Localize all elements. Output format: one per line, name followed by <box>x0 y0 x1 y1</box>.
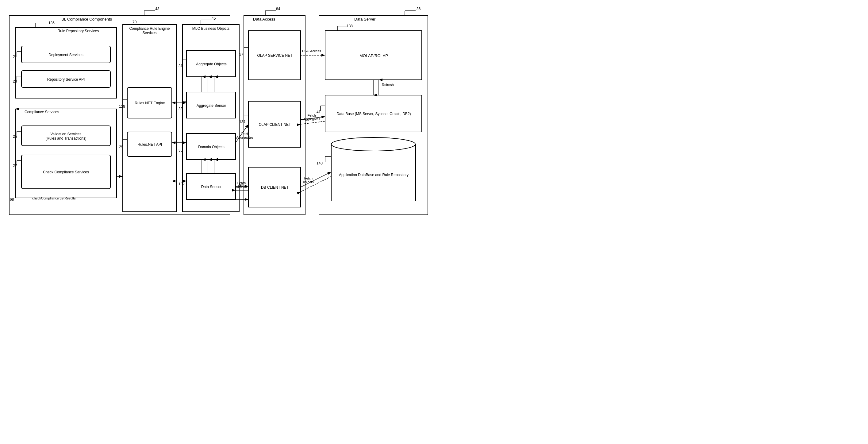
ref-43: 43 <box>155 7 159 11</box>
ref-132: 132 <box>179 182 185 186</box>
olap-service-net-label: OLAP SERVICE NET <box>249 31 301 80</box>
ref-21: 21 <box>13 55 17 59</box>
compliance-services-title: Compliance Services <box>25 110 59 114</box>
svg-line-89 <box>301 121 325 124</box>
diagram-container: 43 84 36 BL Compliance Components Data A… <box>0 0 434 222</box>
domain-objects-label: Domain Objects <box>187 134 236 159</box>
check-compliance-services-label: Check Compliance Services <box>22 155 110 189</box>
app-database-label: Application DataBase and Rule Repository <box>332 150 415 200</box>
svg-rect-32 <box>123 25 176 212</box>
check-compliance-call-label: checkCompliance getResults <box>32 197 76 200</box>
compliance-rule-engine-title: Compliance Rule Engine Services <box>123 25 176 35</box>
ref-70: 70 <box>132 20 136 24</box>
ref-37: 37 <box>239 52 243 56</box>
validation-services-label: Validation Services(Rules and Transactio… <box>22 126 110 146</box>
ref-25: 25 <box>13 135 17 139</box>
ref-45: 45 <box>212 16 216 21</box>
ref-135: 135 <box>49 21 55 25</box>
svg-rect-16 <box>16 28 117 98</box>
svg-point-70 <box>331 138 415 151</box>
deployment-services-label: Deployment Services <box>22 47 110 63</box>
rules-net-api-label: Rules.NET API <box>128 132 172 156</box>
data-access-title: Data Access <box>253 17 275 22</box>
fetch-aggregates-label: FetchAggregates <box>236 132 253 139</box>
ref-23: 23 <box>13 79 17 84</box>
olap-client-net-label: OLAP CLIENT NET <box>249 102 301 147</box>
ref-27: 27 <box>13 164 17 168</box>
ref-138: 138 <box>347 24 353 28</box>
bl-compliance-title: BL Compliance Components <box>61 17 112 22</box>
dso-access-label: DSO Access <box>302 49 321 53</box>
ref-36: 36 <box>416 7 421 11</box>
refresh-label: Refresh <box>382 83 394 87</box>
repository-service-api-label: Repository Service API <box>22 71 110 87</box>
data-sensor-label: Data Sensor <box>187 174 236 200</box>
ref-68: 68 <box>10 197 14 202</box>
database-label: Data Base (MS Server, Sybase, Oracle, DB… <box>326 96 422 132</box>
fetch-objects-right-label: Fetchobjects <box>303 176 314 184</box>
ref-29: 29 <box>119 145 123 149</box>
db-client-net-label: DB CLIENT NET <box>249 168 301 207</box>
ref-140: 140 <box>316 161 323 166</box>
data-server-title: Data Server <box>354 17 375 22</box>
ref-134: 134 <box>239 120 245 124</box>
rule-repository-title: Rule Repository Services <box>31 28 126 33</box>
mlc-business-objects-title: MLC Business Objects <box>183 25 239 31</box>
aggregate-objects-label: Aggregate Objects <box>187 51 236 77</box>
ref-35: 35 <box>179 148 183 152</box>
ref-84: 84 <box>276 7 280 11</box>
ref-31: 31 <box>179 64 183 68</box>
fetch-objects-label: Fetchobjects <box>236 181 247 188</box>
ref-33: 33 <box>179 107 183 111</box>
rules-net-engine-label: Rules.NET Engine <box>128 88 172 118</box>
ref-128: 128 <box>119 104 125 109</box>
molap-rolap-label: MOLAP/ROLAP <box>326 31 422 80</box>
aggregate-sensor-label: Aggregate Sensor <box>187 93 236 118</box>
fetch-aggregates-right-label: FetchAggregates <box>303 114 320 121</box>
